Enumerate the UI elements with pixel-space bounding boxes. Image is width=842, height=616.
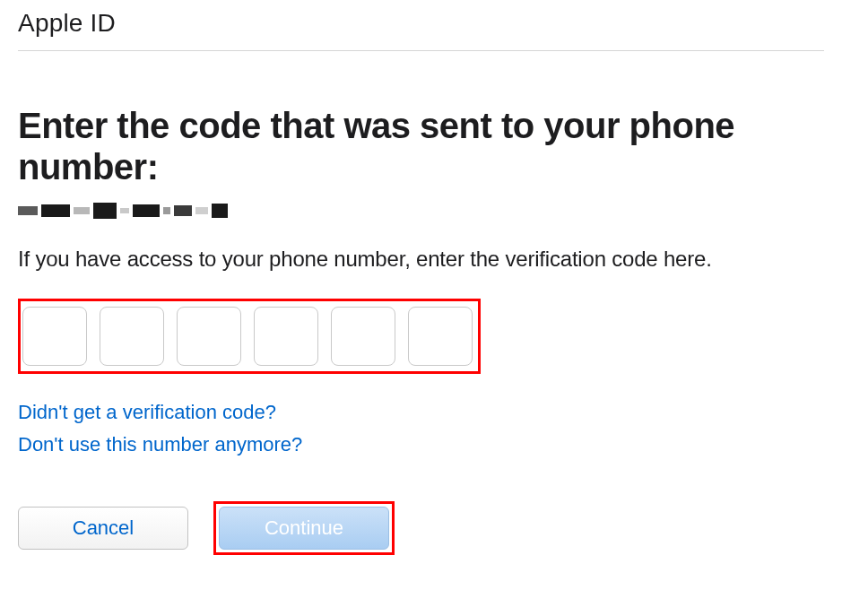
code-digit-1[interactable] xyxy=(22,307,87,366)
phone-number-redacted xyxy=(18,200,824,221)
code-digit-2[interactable] xyxy=(100,307,164,366)
code-digit-4[interactable] xyxy=(254,307,318,366)
code-digit-3[interactable] xyxy=(177,307,241,366)
help-links: Didn't get a verification code? Don't us… xyxy=(18,401,824,456)
button-row: Cancel Continue xyxy=(18,501,824,555)
cancel-button[interactable]: Cancel xyxy=(18,507,188,550)
main-heading: Enter the code that was sent to your pho… xyxy=(18,105,824,187)
no-number-link[interactable]: Don't use this number anymore? xyxy=(18,433,302,456)
code-digit-6[interactable] xyxy=(408,307,473,366)
verification-code-group xyxy=(22,307,473,366)
page-title: Apple ID xyxy=(18,9,824,38)
header: Apple ID xyxy=(18,9,824,51)
code-digit-5[interactable] xyxy=(331,307,395,366)
continue-button-highlight: Continue xyxy=(213,501,395,555)
resend-code-link[interactable]: Didn't get a verification code? xyxy=(18,401,276,424)
continue-button[interactable]: Continue xyxy=(219,507,389,550)
code-input-highlight xyxy=(18,299,481,374)
instruction-text: If you have access to your phone number,… xyxy=(18,247,824,272)
